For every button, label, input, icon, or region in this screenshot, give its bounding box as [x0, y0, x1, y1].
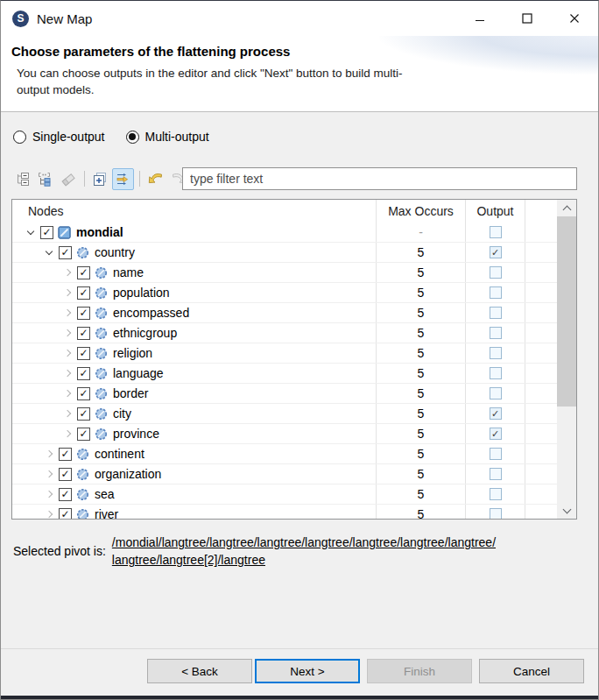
scroll-up-button[interactable]	[557, 200, 576, 216]
table-row[interactable]: ✓encompassed5	[12, 303, 557, 323]
node-label: mondial	[76, 225, 123, 239]
expand-chevron-icon[interactable]	[60, 303, 74, 322]
table-row[interactable]: ✓city5✓	[12, 404, 557, 424]
max-occurs-value: 5	[377, 505, 466, 519]
output-checkbox[interactable]	[490, 307, 502, 319]
table-row[interactable]: ✓name5	[12, 263, 557, 283]
collapse-chevron-icon[interactable]	[23, 223, 38, 242]
max-occurs-value: 5	[377, 464, 466, 484]
table-row[interactable]: ✓language5	[12, 364, 557, 384]
node-checkbox[interactable]: ✓	[59, 468, 72, 481]
node-label: border	[113, 386, 148, 400]
output-checkbox[interactable]	[490, 226, 502, 238]
node-checkbox[interactable]: ✓	[59, 448, 72, 461]
table-row[interactable]: ✓population5	[12, 283, 557, 303]
output-cell: ✓	[466, 404, 525, 423]
expand-levels-button[interactable]	[34, 168, 56, 190]
table-row[interactable]: ✓river5	[12, 505, 557, 519]
expand-all-button[interactable]	[89, 168, 111, 190]
nodes-cell: ✓name	[12, 263, 377, 282]
node-checkbox[interactable]: ✓	[77, 428, 90, 441]
scroll-down-button[interactable]	[557, 502, 576, 519]
filler-cell	[525, 444, 557, 463]
output-checkbox[interactable]	[490, 367, 502, 379]
table-row[interactable]: ✓organization5	[12, 464, 557, 484]
maximize-button[interactable]	[504, 1, 551, 36]
expand-chevron-icon[interactable]	[60, 404, 74, 423]
pivot-path-link[interactable]: /mondial/langtree/langtree/langtree/lang…	[112, 534, 496, 569]
output-checkbox[interactable]	[490, 468, 502, 480]
node-checkbox[interactable]: ✓	[77, 327, 90, 340]
collapse-chevron-icon[interactable]	[41, 243, 56, 262]
table-row[interactable]: ✓border5	[12, 384, 557, 404]
node-label: continent	[95, 447, 144, 461]
expand-chevron-icon[interactable]	[60, 384, 74, 403]
expand-chevron-icon[interactable]	[60, 323, 74, 343]
node-checkbox[interactable]: ✓	[77, 307, 90, 320]
toolbar-separator	[139, 171, 140, 187]
max-occurs-value: -	[377, 223, 466, 242]
node-checkbox[interactable]: ✓	[77, 387, 90, 400]
new-map-dialog: S New Map Choose parameters of the flatt…	[0, 0, 599, 700]
close-button[interactable]	[551, 1, 598, 36]
node-checkbox[interactable]: ✓	[59, 488, 72, 501]
node-checkbox[interactable]: ✓	[40, 226, 53, 239]
expand-chevron-icon[interactable]	[41, 505, 56, 519]
table-row[interactable]: ✓ethnicgroup5	[12, 323, 557, 343]
expand-chevron-icon[interactable]	[41, 464, 56, 484]
node-label: river	[95, 507, 118, 519]
table-row[interactable]: ✓sea5	[12, 484, 557, 505]
output-cell	[466, 323, 525, 343]
expand-chevron-icon[interactable]	[41, 484, 56, 504]
table-row[interactable]: ✓province5✓	[12, 424, 557, 444]
scrollbar-thumb[interactable]	[557, 216, 576, 407]
output-checkbox[interactable]	[490, 347, 502, 359]
collapse-all-button[interactable]	[11, 168, 33, 190]
output-checkbox[interactable]: ✓	[490, 407, 502, 420]
nodes-cell: ✓river	[12, 505, 377, 519]
element-icon	[95, 327, 108, 340]
finish-button: Finish	[367, 659, 472, 683]
flatten-arrows-toggle[interactable]	[112, 168, 134, 190]
expand-chevron-icon[interactable]	[41, 444, 56, 463]
node-checkbox[interactable]: ✓	[77, 347, 90, 360]
node-checkbox[interactable]: ✓	[77, 367, 90, 380]
element-icon	[95, 407, 108, 421]
filter-input[interactable]	[182, 167, 577, 190]
cancel-button[interactable]: Cancel	[479, 659, 584, 683]
back-button[interactable]: < Back	[147, 659, 252, 683]
table-row[interactable]: ✓religion5	[12, 343, 557, 364]
output-checkbox[interactable]	[490, 387, 502, 399]
output-checkbox[interactable]	[490, 327, 502, 339]
page-description: You can choose outputs in the editor and…	[17, 66, 598, 99]
output-checkbox[interactable]	[490, 448, 502, 460]
expand-chevron-icon[interactable]	[60, 364, 74, 383]
vertical-scrollbar[interactable]	[557, 200, 576, 519]
output-checkbox[interactable]	[490, 488, 502, 500]
wizard-header: Choose parameters of the flattening proc…	[1, 36, 598, 112]
output-checkbox[interactable]: ✓	[490, 246, 502, 258]
expand-chevron-icon[interactable]	[60, 263, 74, 282]
next-button[interactable]: Next >	[255, 659, 360, 683]
node-checkbox[interactable]: ✓	[77, 407, 90, 421]
minimize-button[interactable]	[456, 1, 504, 36]
single-output-radio[interactable]: Single-output	[13, 130, 105, 144]
output-checkbox[interactable]: ✓	[490, 428, 502, 440]
table-row[interactable]: ✓continent5	[12, 444, 557, 464]
node-label: ethnicgroup	[113, 326, 177, 340]
node-checkbox[interactable]: ✓	[77, 286, 90, 300]
expand-chevron-icon[interactable]	[60, 343, 74, 363]
expand-chevron-icon[interactable]	[60, 283, 74, 302]
output-checkbox[interactable]	[490, 508, 502, 519]
node-checkbox[interactable]: ✓	[77, 266, 90, 279]
table-row[interactable]: ✓mondial-	[12, 223, 557, 243]
node-checkbox[interactable]: ✓	[59, 246, 72, 259]
output-cell	[466, 464, 525, 484]
output-checkbox[interactable]	[490, 286, 502, 299]
node-checkbox[interactable]: ✓	[59, 508, 72, 520]
output-checkbox[interactable]	[490, 266, 502, 279]
back-arrow-button[interactable]	[144, 168, 166, 190]
multi-output-radio[interactable]: Multi-output	[126, 130, 209, 144]
expand-chevron-icon[interactable]	[60, 424, 74, 443]
table-row[interactable]: ✓country5✓	[12, 243, 557, 263]
